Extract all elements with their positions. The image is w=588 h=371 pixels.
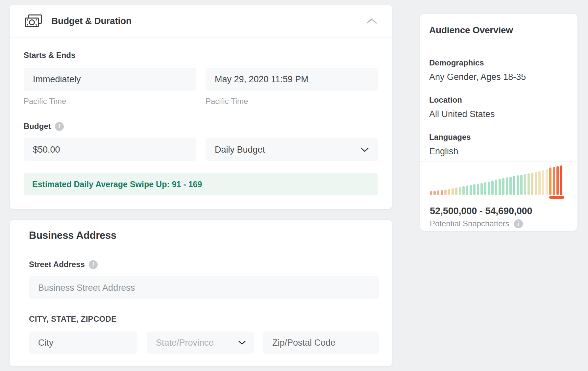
reach-bar xyxy=(484,182,486,195)
chevron-down-icon xyxy=(360,147,369,152)
reach-bar xyxy=(538,171,541,195)
reach-bar xyxy=(462,186,465,195)
swipe-up-estimate-text: Estimated Daily Average Swipe Up: 91 - 1… xyxy=(32,180,202,189)
reach-bar xyxy=(470,185,472,195)
budget-type-select[interactable]: Daily Budget xyxy=(206,138,378,161)
reach-bar xyxy=(520,175,523,195)
languages-value: English xyxy=(429,146,568,157)
location-value: All United States xyxy=(429,109,568,119)
start-time-value: Immediately xyxy=(33,74,81,85)
reach-bar xyxy=(473,184,476,195)
reach-bar xyxy=(556,166,559,195)
reach-bar xyxy=(546,169,548,195)
state-province-select[interactable]: State/Province xyxy=(147,332,254,354)
chevron-up-icon xyxy=(366,18,377,24)
budget-amount-value: $50.00 xyxy=(33,145,60,155)
reach-bar xyxy=(452,188,454,195)
end-time-value: May 29, 2020 11:59 PM xyxy=(215,74,308,85)
reach-bar xyxy=(517,175,519,195)
street-address-label: Street Address xyxy=(29,260,85,269)
reach-bar xyxy=(488,182,490,195)
chevron-down-icon xyxy=(238,340,246,345)
business-address-title: Business Address xyxy=(29,230,379,241)
reach-bar xyxy=(491,181,494,195)
audience-overview-title: Audience Overview xyxy=(429,25,513,36)
reach-bar xyxy=(437,190,439,195)
budget-duration-title: Budget & Duration xyxy=(51,16,132,26)
reach-bar xyxy=(455,187,457,195)
reach-bar xyxy=(466,186,468,195)
reach-bar xyxy=(531,173,533,195)
demographics-label: Demographics xyxy=(429,58,568,67)
reach-bar xyxy=(506,177,508,195)
budget-duration-card: Budget & Duration Starts & Ends Immediat… xyxy=(10,5,392,209)
reach-bar xyxy=(495,180,497,195)
demographics-value: Any Gender, Ages 18-35 xyxy=(429,72,568,82)
start-timezone-caption: Pacific Time xyxy=(24,97,196,106)
reach-gradient-bars xyxy=(430,165,568,195)
end-time-field[interactable]: May 29, 2020 11:59 PM xyxy=(206,68,378,91)
budget-duration-body: Starts & Ends Immediately Pacific Time M… xyxy=(10,37,392,195)
end-timezone-caption: Pacific Time xyxy=(206,97,378,106)
business-address-card: Business Address Street Address i CITY, … xyxy=(10,220,392,366)
starts-ends-label: Starts & Ends xyxy=(24,51,378,60)
swipe-up-estimate-banner: Estimated Daily Average Swipe Up: 91 - 1… xyxy=(24,173,378,195)
reach-bar xyxy=(477,184,479,195)
reach-bar xyxy=(433,191,436,195)
divider xyxy=(420,161,577,161)
reach-bar xyxy=(441,190,443,195)
audience-overview-card: Audience Overview Demographics Any Gende… xyxy=(420,14,577,231)
reach-bar xyxy=(430,191,432,195)
budget-duration-header: Budget & Duration xyxy=(10,5,392,37)
reach-bar xyxy=(448,189,450,195)
reach-range-value: 52,500,000 - 54,690,000 xyxy=(430,206,532,216)
reach-bar xyxy=(502,178,504,195)
state-province-placeholder: State/Province xyxy=(156,338,214,348)
reach-bar xyxy=(480,183,483,195)
page: Budget & Duration Starts & Ends Immediat… xyxy=(0,0,588,371)
zip-postal-input[interactable] xyxy=(263,332,379,354)
city-input[interactable] xyxy=(29,332,137,354)
budget-label: Budget xyxy=(24,122,51,131)
budget-amount-field[interactable]: $50.00 xyxy=(24,138,196,161)
reach-bar xyxy=(444,189,447,195)
reach-bar xyxy=(549,167,551,195)
budget-info-icon[interactable]: i xyxy=(55,122,64,131)
money-icon xyxy=(24,14,43,28)
reach-highlight-underline xyxy=(549,196,564,199)
reach-bar xyxy=(542,170,544,195)
collapse-section-button[interactable] xyxy=(364,15,379,27)
reach-bar xyxy=(553,167,555,195)
city-state-zip-label: CITY, STATE, ZIPCODE xyxy=(29,314,379,324)
audience-reach-chart xyxy=(430,165,568,197)
budget-type-selected-value: Daily Budget xyxy=(215,145,265,155)
reach-bar xyxy=(527,173,530,195)
reach-bar xyxy=(459,187,461,195)
location-label: Location xyxy=(429,95,568,105)
start-time-field[interactable]: Immediately xyxy=(24,68,196,91)
street-address-input[interactable] xyxy=(29,276,379,299)
street-address-info-icon[interactable]: i xyxy=(89,260,98,269)
potential-snapchatters-info-icon[interactable]: i xyxy=(514,219,523,228)
reach-bar xyxy=(560,165,562,195)
reach-bar xyxy=(535,172,537,195)
reach-bar xyxy=(499,179,501,195)
reach-bar xyxy=(509,177,512,195)
languages-label: Languages xyxy=(429,133,568,142)
reach-bar xyxy=(524,174,526,195)
potential-snapchatters-label: Potential Snapchatters xyxy=(430,219,509,228)
reach-bar xyxy=(513,176,515,195)
